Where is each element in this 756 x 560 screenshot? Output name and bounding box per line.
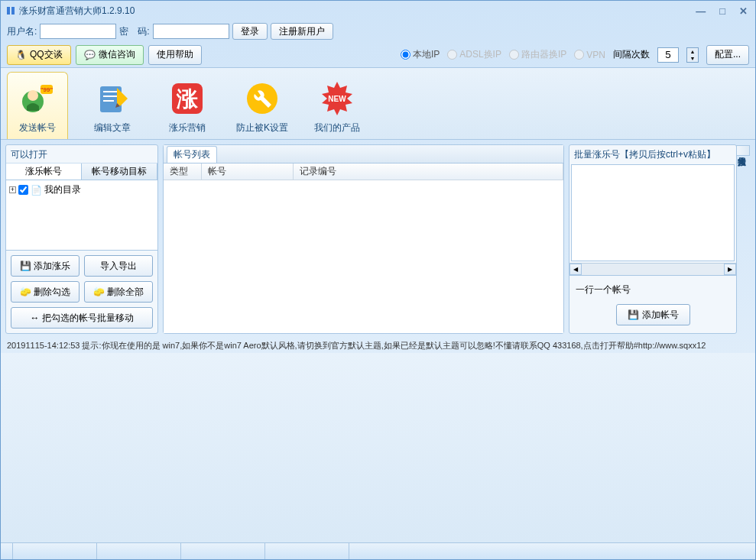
- right-header: 批量涨乐号【拷贝后按ctrl+v粘贴】: [569, 145, 736, 164]
- right-panel: 批量涨乐号【拷贝后按ctrl+v粘贴】 ◀ ▶ 一行一个帐号 💾添加帐号 直接拷…: [569, 144, 737, 334]
- scroll-left-button[interactable]: ◀: [569, 264, 582, 275]
- titlebar: 涨乐财富通营销大师1.2.9.10 — □ ✕: [1, 1, 755, 21]
- scroll-track[interactable]: [582, 264, 724, 275]
- save-icon: 💾: [20, 261, 31, 271]
- scroll-right-button[interactable]: ▶: [724, 264, 736, 275]
- tree-root-row[interactable]: + 📄 我的目录: [9, 183, 154, 196]
- col-account[interactable]: 帐号: [202, 163, 294, 180]
- left-tab-accounts[interactable]: 涨乐帐号: [6, 163, 82, 180]
- svg-text:NEW: NEW: [328, 95, 346, 103]
- wechat-chat-button[interactable]: 💬 微信咨询: [76, 45, 144, 65]
- svg-rect-7: [103, 91, 118, 92]
- svg-rect-1: [11, 7, 15, 15]
- save-icon: 💾: [628, 309, 639, 320]
- status-cell-3: [181, 543, 265, 559]
- left-panel: 可以打开 涨乐帐号 帐号移动目标 + 📄 我的目录 💾添加涨乐 导入导出 🧽删除…: [5, 144, 158, 334]
- left-tab-move-target[interactable]: 帐号移动目标: [82, 163, 157, 180]
- status-cell-5: [349, 543, 755, 559]
- add-account-button[interactable]: 💾添加帐号: [616, 304, 690, 325]
- app-window: 涨乐财富通营销大师1.2.9.10 — □ ✕ 用户名: 密 码: 登录 注册新…: [0, 0, 756, 560]
- svg-rect-0: [7, 7, 10, 15]
- right-bottom: 一行一个帐号 💾添加帐号: [569, 275, 736, 333]
- tab-anti-k[interactable]: 防止被K设置: [232, 72, 293, 139]
- local-ip-radio[interactable]: 本地IP: [401, 48, 440, 61]
- delete-selected-button[interactable]: 🧽删除勾选: [11, 281, 79, 303]
- center-tabbar: 帐号列表: [164, 145, 563, 163]
- spin-down-button[interactable]: ▼: [687, 55, 698, 62]
- account-tree[interactable]: + 📄 我的目录: [6, 180, 157, 250]
- status-cell-2: [97, 543, 181, 559]
- svg-text:"99": "99": [41, 86, 54, 93]
- vertical-tab-direct-paste[interactable]: 直接拷贝加入帐号: [736, 145, 750, 156]
- status-cell-4: [265, 543, 349, 559]
- interval-label: 间隔次数: [613, 48, 650, 61]
- table-body[interactable]: [164, 180, 563, 333]
- status-bar: [1, 542, 755, 559]
- svg-point-3: [28, 90, 38, 101]
- status-cell-0: [1, 543, 13, 559]
- app-icon: [5, 5, 16, 16]
- main-tabs: "99" 发送帐号 编辑文章 涨 涨乐营销 防止被K设置 NEW: [1, 68, 755, 140]
- edit-article-icon: [92, 79, 132, 118]
- batch-move-button[interactable]: ↔把勾选的帐号批量移动: [11, 307, 153, 329]
- close-button[interactable]: ✕: [736, 5, 751, 18]
- spin-up-button[interactable]: ▲: [687, 48, 698, 55]
- config-button[interactable]: 配置...: [706, 45, 749, 65]
- interval-spinner: ▲ ▼: [686, 47, 699, 63]
- minimize-button[interactable]: —: [693, 5, 709, 18]
- eraser-icon: 🧽: [20, 286, 31, 297]
- send-account-icon: "99": [18, 79, 57, 118]
- top-toolbar: 🐧 QQ交谈 💬 微信咨询 使用帮助 本地IP ADSL换IP 路由器换IP V…: [1, 42, 755, 68]
- username-input[interactable]: [40, 24, 116, 39]
- left-buttons: 💾添加涨乐 导入导出 🧽删除勾选 🧽删除全部 ↔把勾选的帐号批量移动: [6, 250, 157, 333]
- batch-paste-area[interactable]: [571, 164, 735, 261]
- register-button[interactable]: 注册新用户: [271, 23, 333, 40]
- qq-icon: 🐧: [15, 50, 27, 60]
- status-message: 20191115-14:12:53 提示:你现在使用的是 win7,如果你不是w…: [1, 338, 755, 353]
- expand-icon[interactable]: +: [9, 186, 16, 193]
- tab-products[interactable]: NEW 我们的产品: [307, 72, 368, 139]
- svg-rect-9: [103, 100, 114, 102]
- folder-icon: 📄: [31, 185, 42, 196]
- col-type[interactable]: 类型: [164, 163, 202, 180]
- left-header: 可以打开: [6, 145, 157, 163]
- import-export-button[interactable]: 导入导出: [84, 255, 153, 277]
- move-icon: ↔: [31, 312, 40, 323]
- password-input[interactable]: [153, 24, 229, 39]
- center-panel: 帐号列表 类型 帐号 记录编号: [163, 144, 564, 334]
- tree-root-label: 我的目录: [44, 183, 81, 196]
- svg-text:涨: 涨: [176, 87, 199, 111]
- qq-chat-button[interactable]: 🐧 QQ交谈: [7, 45, 71, 65]
- password-label: 密 码:: [119, 25, 149, 38]
- table-header: 类型 帐号 记录编号: [164, 163, 563, 180]
- zhang-icon: 涨: [167, 79, 207, 118]
- tab-send-account[interactable]: "99" 发送帐号: [7, 72, 68, 139]
- left-tabs: 涨乐帐号 帐号移动目标: [6, 163, 157, 180]
- adsl-radio[interactable]: ADSL换IP: [447, 48, 501, 61]
- login-button[interactable]: 登录: [232, 23, 268, 40]
- tab-edit-article[interactable]: 编辑文章: [82, 72, 143, 139]
- delete-all-button[interactable]: 🧽删除全部: [84, 281, 153, 303]
- main-area: 可以打开 涨乐帐号 帐号移动目标 + 📄 我的目录 💾添加涨乐 导入导出 🧽删除…: [1, 140, 755, 338]
- help-button[interactable]: 使用帮助: [148, 45, 202, 65]
- horizontal-scrollbar[interactable]: ◀ ▶: [569, 263, 736, 275]
- app-title: 涨乐财富通营销大师1.2.9.10: [19, 5, 135, 18]
- interval-input[interactable]: [657, 47, 679, 63]
- login-bar: 用户名: 密 码: 登录 注册新用户: [1, 21, 755, 42]
- col-record[interactable]: 记录编号: [294, 163, 563, 180]
- tab-marketing[interactable]: 涨 涨乐营销: [157, 72, 218, 139]
- ip-options: 本地IP ADSL换IP 路由器换IP VPN 间隔次数 ▲ ▼ 配置...: [401, 45, 749, 65]
- one-per-line-note: 一行一个帐号: [576, 283, 730, 296]
- status-cell-1: [13, 543, 97, 559]
- add-zhangle-button[interactable]: 💾添加涨乐: [11, 255, 79, 277]
- svg-rect-8: [103, 95, 118, 97]
- username-label: 用户名:: [7, 25, 37, 38]
- tree-root-checkbox[interactable]: [18, 185, 28, 195]
- maximize-button[interactable]: □: [716, 5, 728, 18]
- vpn-radio[interactable]: VPN: [574, 50, 605, 60]
- window-controls: — □ ✕: [693, 5, 751, 18]
- router-radio[interactable]: 路由器换IP: [509, 48, 566, 61]
- wechat-icon: 💬: [84, 50, 96, 60]
- wrench-icon: [242, 79, 282, 118]
- account-list-tab[interactable]: 帐号列表: [167, 146, 217, 163]
